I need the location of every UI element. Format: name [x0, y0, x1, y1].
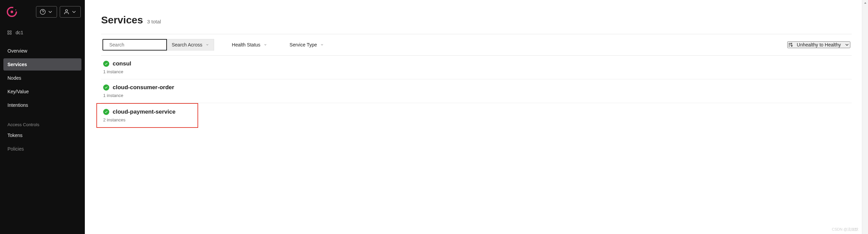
svg-point-2 [15, 9, 16, 11]
datacenter-icon [7, 30, 12, 35]
service-name-text: cloud-payment-service [113, 109, 175, 115]
datacenter-selector[interactable]: dc1 [0, 26, 85, 42]
instance-count: 2 instances [103, 117, 193, 122]
service-type-label: Service Type [289, 42, 317, 47]
svg-point-7 [65, 9, 68, 12]
sidebar-item-tokens[interactable]: Tokens [3, 129, 81, 141]
page-title-text: Services [101, 14, 143, 26]
chevron-down-icon [844, 42, 850, 47]
sort-label: Unhealthy to Healthy [797, 42, 841, 47]
sidebar: dc1 Overview Services Nodes Key/Value In… [0, 0, 85, 234]
main-content: Services 3 total Search Across Health St… [85, 0, 868, 234]
sort-button[interactable]: Unhealthy to Healthy [787, 41, 850, 48]
sidebar-item-policies[interactable]: Policies [3, 143, 81, 155]
page-total-count: 3 total [147, 19, 161, 24]
health-status-label: Health Status [232, 42, 260, 47]
sidebar-item-nodes[interactable]: Nodes [3, 72, 81, 84]
help-button[interactable] [36, 6, 57, 18]
chevron-down-icon [264, 43, 267, 46]
service-type-filter[interactable]: Service Type [285, 39, 328, 50]
primary-nav: Overview Services Nodes Key/Value Intent… [0, 45, 85, 113]
filter-bar: Search Across Health Status Service Type… [101, 34, 852, 56]
sidebar-header [0, 6, 85, 26]
service-row[interactable]: cloud-consumer-order 1 instance [101, 79, 852, 103]
datacenter-name: dc1 [16, 30, 23, 35]
sort-icon [788, 42, 793, 47]
status-passing-icon [103, 109, 109, 115]
sidebar-item-key-value[interactable]: Key/Value [3, 85, 81, 98]
sidebar-item-overview[interactable]: Overview [3, 45, 81, 57]
status-passing-icon [103, 84, 109, 91]
service-name-text: cloud-consumer-order [113, 84, 174, 91]
user-icon [63, 9, 70, 15]
search-across-label: Search Across [172, 42, 202, 47]
svg-point-1 [11, 11, 13, 13]
user-menu-button[interactable] [60, 6, 81, 18]
search-input-wrapper [102, 39, 167, 51]
instance-count: 1 instance [103, 93, 850, 98]
consul-logo-icon [6, 6, 18, 18]
chevron-down-icon [206, 43, 209, 46]
access-nav: Tokens Policies [0, 129, 85, 156]
health-status-filter[interactable]: Health Status [227, 39, 272, 50]
chevron-down-icon [320, 43, 324, 46]
search-across-button[interactable]: Search Across [167, 39, 214, 51]
page-title: Services 3 total [101, 14, 852, 26]
sidebar-item-intentions[interactable]: Intentions [3, 99, 81, 111]
watermark: CSDN @流烟默 [832, 227, 858, 232]
scrollbar[interactable] [862, 0, 868, 234]
svg-point-3 [16, 12, 17, 13]
service-name-text: consul [113, 60, 131, 67]
service-row[interactable]: consul 1 instance [101, 56, 852, 79]
service-list: consul 1 instance cloud-consumer-order 1… [101, 56, 852, 128]
chevron-down-icon [47, 9, 53, 15]
service-row[interactable]: cloud-payment-service 2 instances [96, 103, 198, 128]
chevron-down-icon [71, 9, 77, 15]
sidebar-item-services[interactable]: Services [3, 58, 81, 71]
access-controls-label: Access Controls [0, 113, 85, 129]
svg-marker-10 [864, 2, 866, 4]
search-input[interactable] [109, 42, 169, 47]
scroll-up-arrow[interactable] [862, 0, 868, 6]
instance-count: 1 instance [103, 69, 850, 74]
status-passing-icon [103, 61, 109, 67]
help-icon [40, 9, 46, 15]
svg-point-4 [15, 13, 16, 14]
